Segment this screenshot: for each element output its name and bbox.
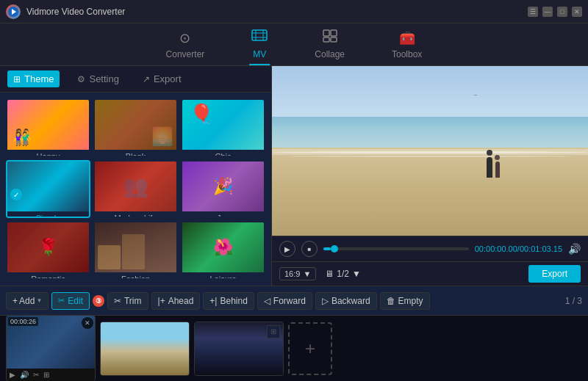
quality-label: 1/2	[337, 269, 349, 279]
backward-icon: ▷	[322, 296, 329, 306]
ratio-button[interactable]: 16:9 ▼	[279, 267, 316, 280]
clip-settings-icon[interactable]: ⊞	[43, 371, 49, 379]
svg-rect-2	[252, 30, 267, 40]
bottom-toolbar: + Add ▼ ✂ Edit ③ ✂ Trim |+ Ahead +| Behi…	[0, 286, 588, 315]
time-display: 00:00:00.00/00:01:03.15	[475, 244, 562, 253]
theme-fashion[interactable]: Fashion	[93, 221, 178, 280]
add-clip-button[interactable]: +	[288, 322, 332, 375]
converter-icon: ⊙	[179, 30, 190, 46]
minimize-button[interactable]: —	[542, 7, 553, 17]
clip-1-controls: ▶ 🔊 ✂ ⊞	[7, 369, 95, 381]
theme-joy[interactable]: 🎉 Joy	[181, 160, 265, 219]
progress-dot[interactable]	[331, 245, 338, 253]
clip-1-close[interactable]: ✕	[82, 317, 93, 329]
nav-mv-label: MV	[253, 49, 266, 59]
theme-fashion-thumb	[95, 222, 176, 272]
record-indicator: ③	[93, 295, 104, 307]
trim-label: Trim	[124, 296, 142, 306]
ratio-dropdown-icon: ▼	[303, 269, 311, 278]
nav-converter[interactable]: ⊙ Converter	[157, 27, 214, 62]
menu-icon[interactable]: ☰	[528, 7, 538, 17]
maximize-button[interactable]: □	[557, 7, 567, 17]
app-logo	[6, 4, 21, 19]
forward-icon: ◁	[264, 296, 270, 306]
quality-control: 🖥 1/2 ▼	[325, 269, 361, 279]
clip-1-time: 00:00:26	[8, 317, 38, 326]
theme-leisure[interactable]: 🌺 Leisure	[181, 221, 265, 280]
tab-setting[interactable]: ⚙ Setting	[71, 70, 124, 87]
theme-happy-thumb: 👫	[7, 100, 89, 150]
behind-label: Behind	[220, 296, 247, 306]
collage-icon	[323, 29, 337, 46]
theme-romantic[interactable]: 🌹 Romantic	[6, 221, 90, 280]
player-options: 16:9 ▼ 🖥 1/2 ▼ Export	[272, 261, 588, 286]
nav-mv[interactable]: MV	[243, 26, 276, 62]
svg-rect-10	[331, 37, 337, 42]
behind-button[interactable]: +| Behind	[203, 292, 254, 310]
nav-toolbox[interactable]: 🧰 Toolbox	[383, 27, 431, 62]
toolbox-icon: 🧰	[399, 30, 415, 46]
ahead-button[interactable]: |+ Ahead	[151, 292, 201, 310]
trim-icon: ✂	[114, 296, 121, 306]
export-button[interactable]: Export	[528, 265, 581, 283]
nav-collage-label: Collage	[315, 49, 345, 59]
svg-rect-8	[331, 30, 337, 36]
forward-label: Forward	[273, 296, 306, 306]
edit-button[interactable]: ✂ Edit	[51, 292, 90, 310]
add-label: Add	[19, 296, 35, 306]
app-title: Vidmore Video Converter	[26, 7, 528, 17]
theme-happy[interactable]: 👫 Happy	[6, 98, 90, 157]
beach-scene: ~	[272, 66, 588, 236]
theme-fashion-label: Fashion	[95, 272, 176, 280]
backward-button[interactable]: ▷ Backward	[315, 292, 377, 310]
progress-bar[interactable]	[323, 247, 469, 250]
top-nav: ⊙ Converter MV Collage 🧰 Toolbox	[0, 23, 588, 66]
volume-icon[interactable]: 🔊	[568, 243, 581, 255]
empty-button[interactable]: 🗑 Empty	[380, 292, 430, 310]
close-button[interactable]: ✕	[572, 7, 582, 17]
theme-chic[interactable]: 🎈 Chic	[181, 98, 265, 157]
edit-label: Edit	[68, 296, 83, 306]
clip-2[interactable]	[100, 322, 190, 376]
theme-modernlife-thumb: 👥	[95, 162, 176, 211]
trim-button[interactable]: ✂ Trim	[107, 292, 148, 310]
forward-button[interactable]: ◁ Forward	[257, 292, 312, 310]
theme-leisure-label: Leisure	[182, 272, 264, 280]
clip-audio-icon[interactable]: 🔊	[20, 371, 29, 379]
theme-modernlife[interactable]: 👥 Modern Life	[93, 160, 178, 219]
clip-1[interactable]: ✕ 00:00:26 ▶ 🔊 ✂ ⊞	[6, 315, 96, 381]
nav-collage[interactable]: Collage	[306, 26, 354, 62]
video-preview: ~	[272, 66, 588, 236]
quality-dropdown-icon: ▼	[352, 269, 361, 279]
theme-blank-label: Blank	[95, 150, 176, 157]
clip-3[interactable]: ⊞	[194, 322, 284, 376]
empty-label: Empty	[398, 296, 423, 306]
backward-label: Backward	[331, 296, 370, 306]
clip-cut-icon[interactable]: ✂	[33, 371, 39, 379]
ahead-label: Ahead	[168, 296, 194, 306]
plus-icon: +	[12, 296, 18, 306]
theme-simple-thumb	[7, 162, 89, 211]
nav-toolbox-label: Toolbox	[392, 49, 422, 59]
theme-chic-label: Chic	[182, 150, 264, 157]
monitor-icon: 🖥	[325, 269, 334, 279]
add-button[interactable]: + Add ▼	[6, 292, 49, 310]
behind-icon: +|	[209, 296, 217, 306]
theme-blank[interactable]: 🌅 Blank	[93, 98, 178, 157]
theme-joy-label: Joy	[182, 211, 264, 219]
play-button[interactable]: ▶	[279, 241, 295, 257]
theme-blank-thumb: 🌅	[95, 100, 176, 150]
panel-tabs: ⊞ Theme ⚙ Setting ↗ Export	[0, 66, 271, 92]
clip-play-icon[interactable]: ▶	[10, 371, 15, 379]
theme-simple[interactable]: ✓ Simple	[6, 160, 90, 219]
stop-button[interactable]: ■	[301, 241, 318, 257]
trash-icon: 🗑	[387, 296, 395, 306]
theme-joy-thumb: 🎉	[182, 162, 264, 211]
setting-tab-icon: ⚙	[77, 74, 85, 84]
theme-modernlife-label: Modern Life	[95, 211, 176, 219]
title-bar: Vidmore Video Converter ☰ — □ ✕	[0, 0, 588, 23]
tab-theme[interactable]: ⊞ Theme	[7, 70, 60, 87]
right-panel: ~ ▶ ■ 00:00:00.00/00:01:03.15 🔊 16:9 ▼ 🖥…	[272, 66, 588, 286]
tab-export[interactable]: ↗ Export	[137, 70, 187, 87]
clip-1-thumb: ✕ 00:00:26	[7, 316, 95, 369]
